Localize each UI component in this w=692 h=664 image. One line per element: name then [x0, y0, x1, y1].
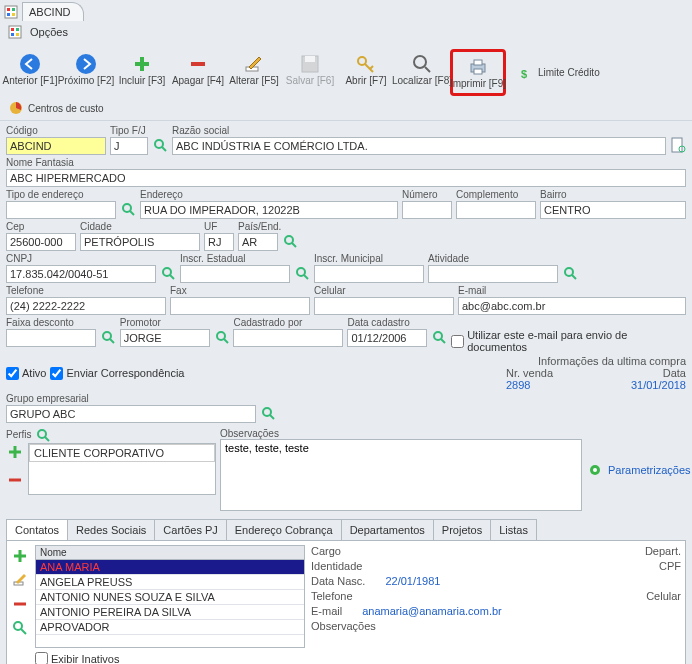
faixa-input[interactable]	[6, 329, 96, 347]
grupo-label: Grupo empresarial	[6, 393, 256, 404]
perfil-item[interactable]: CLIENTE CORPORATIVO	[29, 444, 215, 462]
atividade-input[interactable]	[428, 265, 558, 283]
options-menu[interactable]: Opções	[0, 23, 692, 45]
inscmun-input[interactable]	[314, 265, 424, 283]
razao-input[interactable]	[172, 137, 666, 155]
limite-button[interactable]: $ Limite Crédito	[512, 49, 606, 96]
tab-main[interactable]: ABCIND	[22, 2, 84, 21]
param-link[interactable]: Parametrizações	[608, 464, 691, 476]
telefone-label: Telefone	[6, 285, 166, 296]
atividade-lookup-icon[interactable]	[562, 265, 578, 281]
svg-point-38	[14, 622, 22, 630]
doc-icon[interactable]	[670, 137, 686, 153]
perfis-list[interactable]: CLIENTE CORPORATIVO	[28, 443, 216, 495]
tab-contatos[interactable]: Contatos	[6, 519, 68, 540]
d-ident-label: Identidade	[311, 560, 362, 572]
bairro-input[interactable]	[540, 201, 686, 219]
centros-button[interactable]: Centros de custo	[2, 96, 110, 120]
svg-rect-8	[11, 33, 14, 36]
dataultima-value: 31/01/2018	[631, 379, 686, 391]
svg-point-25	[123, 204, 131, 212]
tab-listas[interactable]: Listas	[490, 519, 537, 540]
contact-del-button[interactable]	[11, 595, 29, 613]
cep-input[interactable]	[6, 233, 76, 251]
contact-row[interactable]: ANGELA PREUSS	[36, 575, 304, 590]
tipofj-input[interactable]	[110, 137, 148, 155]
tipofj-lookup-icon[interactable]	[152, 137, 168, 153]
svg-rect-6	[11, 28, 14, 31]
inscest-input[interactable]	[180, 265, 290, 283]
promotor-lookup-icon[interactable]	[214, 329, 230, 345]
cnpj-lookup-icon[interactable]	[160, 265, 176, 281]
abrir-button[interactable]: Abrir [F7]	[338, 49, 394, 96]
numero-input[interactable]	[402, 201, 452, 219]
grupo-input[interactable]	[6, 405, 256, 423]
enviarcorr-checkbox[interactable]	[50, 367, 63, 380]
promotor-input[interactable]	[120, 329, 210, 347]
cnpj-input[interactable]	[6, 265, 156, 283]
svg-rect-3	[7, 13, 10, 16]
observ-textarea[interactable]	[220, 439, 582, 511]
celular-input[interactable]	[314, 297, 454, 315]
inscest-lookup-icon[interactable]	[294, 265, 310, 281]
contact-add-button[interactable]	[11, 547, 29, 565]
abrir-label: Abrir [F7]	[345, 75, 386, 86]
contact-row[interactable]: ANTONIO PEREIRA DA SILVA	[36, 605, 304, 620]
tipoend-input[interactable]	[6, 201, 116, 219]
contact-list[interactable]: ANA MARIA ANGELA PREUSS ANTONIO NUNES SO…	[35, 560, 305, 648]
telefone-input[interactable]	[6, 297, 166, 315]
codigo-input[interactable]	[6, 137, 106, 155]
complemento-input[interactable]	[456, 201, 536, 219]
tab-redes[interactable]: Redes Sociais	[67, 519, 155, 540]
d-datanasc-value: 22/01/1981	[385, 575, 440, 587]
anterior-button[interactable]: Anterior [F1]	[2, 49, 58, 96]
ativo-checkbox[interactable]	[6, 367, 19, 380]
options-label: Opções	[30, 26, 68, 38]
tab-endcob[interactable]: Endereço Cobrança	[226, 519, 342, 540]
fax-input[interactable]	[170, 297, 310, 315]
svg-point-33	[263, 408, 271, 416]
contact-row[interactable]: ANA MARIA	[36, 560, 304, 575]
email-input[interactable]	[458, 297, 686, 315]
datacad-lookup-icon[interactable]	[431, 329, 447, 345]
tab-projetos[interactable]: Projetos	[433, 519, 491, 540]
svg-rect-5	[9, 26, 21, 38]
contact-row[interactable]: ANTONIO NUNES SOUZA E SILVA	[36, 590, 304, 605]
tipoend-lookup-icon[interactable]	[120, 201, 136, 217]
tab-cartoes[interactable]: Cartões PJ	[154, 519, 226, 540]
incluir-button[interactable]: Incluir [F3]	[114, 49, 170, 96]
tab-depart[interactable]: Departamentos	[341, 519, 434, 540]
salvar-button[interactable]: Salvar [F6]	[282, 49, 338, 96]
uf-input[interactable]	[204, 233, 234, 251]
contact-edit-button[interactable]	[11, 571, 29, 589]
faixa-lookup-icon[interactable]	[100, 329, 116, 345]
utilizaremail-checkbox[interactable]	[451, 335, 464, 348]
contact-search-button[interactable]	[11, 619, 29, 637]
alterar-button[interactable]: Alterar [F5]	[226, 49, 282, 96]
exibirinativos-checkbox[interactable]	[35, 652, 48, 664]
datacad-input[interactable]	[347, 329, 427, 347]
contact-row[interactable]: APROVADOR	[36, 620, 304, 635]
endereco-input[interactable]	[140, 201, 398, 219]
imprimir-button[interactable]: Imprimir [F9]	[450, 49, 506, 96]
paisend-input[interactable]	[238, 233, 278, 251]
pais-lookup-icon[interactable]	[282, 233, 298, 249]
fantasia-input[interactable]	[6, 169, 686, 187]
cidade-input[interactable]	[80, 233, 200, 251]
razao-label: Razão social	[172, 125, 666, 136]
chart-icon	[8, 100, 24, 116]
cadpor-input[interactable]	[233, 329, 343, 347]
limite-label: Limite Crédito	[538, 67, 600, 78]
localizar-button[interactable]: Localizar [F8]	[394, 49, 450, 96]
grupo-lookup-icon[interactable]	[260, 405, 276, 421]
proximo-button[interactable]: Próximo [F2]	[58, 49, 114, 96]
perfil-add-button[interactable]	[6, 443, 24, 461]
numero-label: Número	[402, 189, 452, 200]
search-icon	[411, 53, 433, 75]
svg-point-30	[103, 332, 111, 340]
options-icon	[8, 25, 22, 39]
perfis-lookup-icon[interactable]	[35, 427, 51, 443]
perfil-del-button[interactable]	[6, 471, 24, 489]
apagar-button[interactable]: Apagar [F4]	[170, 49, 226, 96]
nrvenda-label: Nr. venda	[506, 367, 553, 379]
